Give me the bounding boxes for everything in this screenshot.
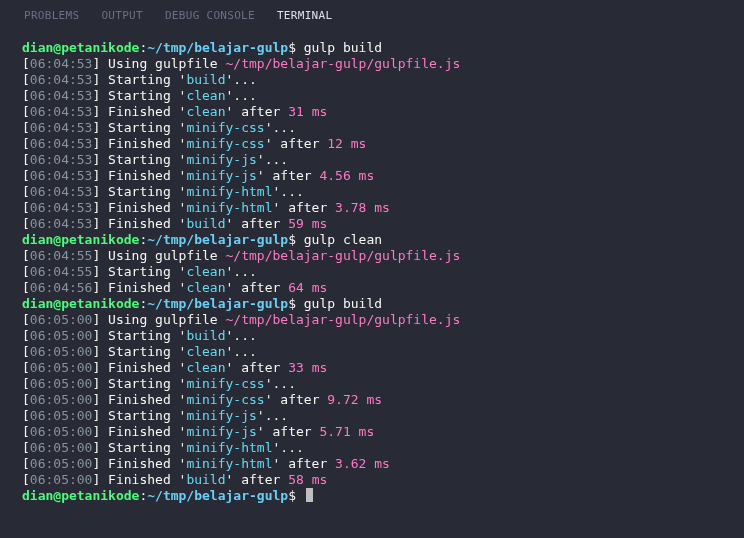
prompt-user: dian@petanikode	[22, 488, 139, 503]
task-name: clean	[186, 344, 225, 359]
prompt-path: ~/tmp/belajar-gulp	[147, 40, 288, 55]
task-name: minify-js	[186, 424, 256, 439]
timestamp: 06:05:00	[30, 456, 93, 471]
log-line: [06:04:53] Finished 'minify-css' after 1…	[22, 136, 722, 152]
task-duration: 3.78 ms	[335, 200, 390, 215]
task-name: minify-html	[186, 456, 272, 471]
task-duration: 33 ms	[288, 360, 327, 375]
log-line: [06:04:53] Starting 'minify-js'...	[22, 152, 722, 168]
cursor	[306, 488, 313, 502]
log-line: [06:04:53] Starting 'minify-css'...	[22, 120, 722, 136]
timestamp: 06:04:53	[30, 120, 93, 135]
task-duration: 9.72 ms	[327, 392, 382, 407]
gulpfile-path: ~/tmp/belajar-gulp/gulpfile.js	[226, 248, 461, 263]
task-name: build	[186, 472, 225, 487]
task-duration: 5.71 ms	[319, 424, 374, 439]
timestamp: 06:04:53	[30, 72, 93, 87]
timestamp: 06:04:55	[30, 248, 93, 263]
tab-terminal[interactable]: TERMINAL	[277, 9, 332, 22]
task-name: minify-js	[186, 408, 256, 423]
timestamp: 06:05:00	[30, 344, 93, 359]
log-line: [06:05:00] Finished 'minify-css' after 9…	[22, 392, 722, 408]
task-name: minify-css	[186, 376, 264, 391]
task-name: clean	[186, 264, 225, 279]
log-line: [06:05:00] Starting 'clean'...	[22, 344, 722, 360]
task-name: clean	[186, 104, 225, 119]
task-duration: 58 ms	[288, 472, 327, 487]
gulpfile-path: ~/tmp/belajar-gulp/gulpfile.js	[226, 56, 461, 71]
timestamp: 06:05:00	[30, 424, 93, 439]
log-line: [06:04:55] Starting 'clean'...	[22, 264, 722, 280]
prompt-line: dian@petanikode:~/tmp/belajar-gulp$	[22, 488, 722, 504]
log-line: [06:04:53] Starting 'minify-html'...	[22, 184, 722, 200]
timestamp: 06:04:53	[30, 104, 93, 119]
timestamp: 06:04:53	[30, 184, 93, 199]
prompt-path: ~/tmp/belajar-gulp	[147, 232, 288, 247]
terminal-output[interactable]: dian@petanikode:~/tmp/belajar-gulp$ gulp…	[0, 30, 744, 504]
task-duration: 3.62 ms	[335, 456, 390, 471]
prompt-path: ~/tmp/belajar-gulp	[147, 296, 288, 311]
tab-problems[interactable]: PROBLEMS	[24, 9, 79, 22]
timestamp: 06:05:00	[30, 376, 93, 391]
task-duration: 64 ms	[288, 280, 327, 295]
prompt-path: ~/tmp/belajar-gulp	[147, 488, 288, 503]
task-name: minify-css	[186, 392, 264, 407]
task-name: minify-html	[186, 440, 272, 455]
prompt-command: gulp build	[304, 296, 382, 311]
timestamp: 06:05:00	[30, 328, 93, 343]
task-name: clean	[186, 88, 225, 103]
log-line: [06:05:00] Starting 'build'...	[22, 328, 722, 344]
task-name: minify-html	[186, 184, 272, 199]
log-line: [06:05:00] Finished 'clean' after 33 ms	[22, 360, 722, 376]
log-line: [06:04:53] Using gulpfile ~/tmp/belajar-…	[22, 56, 722, 72]
panel-tabs: PROBLEMSOUTPUTDEBUG CONSOLETERMINAL	[0, 0, 744, 30]
task-name: minify-css	[186, 136, 264, 151]
task-name: clean	[186, 360, 225, 375]
task-name: minify-js	[186, 168, 256, 183]
log-line: [06:05:00] Starting 'minify-css'...	[22, 376, 722, 392]
log-line: [06:05:00] Using gulpfile ~/tmp/belajar-…	[22, 312, 722, 328]
task-name: build	[186, 328, 225, 343]
task-name: build	[186, 216, 225, 231]
task-duration: 31 ms	[288, 104, 327, 119]
prompt-command: gulp clean	[304, 232, 382, 247]
log-line: [06:05:00] Starting 'minify-js'...	[22, 408, 722, 424]
timestamp: 06:04:53	[30, 200, 93, 215]
tab-debug-console[interactable]: DEBUG CONSOLE	[165, 9, 255, 22]
log-line: [06:04:53] Finished 'minify-js' after 4.…	[22, 168, 722, 184]
tab-output[interactable]: OUTPUT	[101, 9, 143, 22]
task-name: clean	[186, 280, 225, 295]
log-line: [06:05:00] Finished 'minify-html' after …	[22, 456, 722, 472]
log-line: [06:04:53] Finished 'clean' after 31 ms	[22, 104, 722, 120]
task-duration: 12 ms	[327, 136, 366, 151]
prompt-user: dian@petanikode	[22, 40, 139, 55]
log-line: [06:04:53] Starting 'build'...	[22, 72, 722, 88]
timestamp: 06:04:53	[30, 152, 93, 167]
prompt-user: dian@petanikode	[22, 232, 139, 247]
log-line: [06:05:00] Finished 'build' after 58 ms	[22, 472, 722, 488]
timestamp: 06:04:56	[30, 280, 93, 295]
timestamp: 06:05:00	[30, 472, 93, 487]
prompt-line: dian@petanikode:~/tmp/belajar-gulp$ gulp…	[22, 232, 722, 248]
timestamp: 06:04:53	[30, 168, 93, 183]
timestamp: 06:05:00	[30, 408, 93, 423]
timestamp: 06:04:53	[30, 136, 93, 151]
log-line: [06:04:53] Finished 'minify-html' after …	[22, 200, 722, 216]
log-line: [06:04:53] Finished 'build' after 59 ms	[22, 216, 722, 232]
timestamp: 06:04:53	[30, 216, 93, 231]
task-name: minify-css	[186, 120, 264, 135]
log-line: [06:05:00] Starting 'minify-html'...	[22, 440, 722, 456]
prompt-command: gulp build	[304, 40, 382, 55]
log-line: [06:04:53] Starting 'clean'...	[22, 88, 722, 104]
prompt-line: dian@petanikode:~/tmp/belajar-gulp$ gulp…	[22, 40, 722, 56]
log-line: [06:04:56] Finished 'clean' after 64 ms	[22, 280, 722, 296]
timestamp: 06:05:00	[30, 440, 93, 455]
task-duration: 4.56 ms	[319, 168, 374, 183]
timestamp: 06:05:00	[30, 392, 93, 407]
timestamp: 06:04:53	[30, 88, 93, 103]
prompt-user: dian@petanikode	[22, 296, 139, 311]
task-name: minify-html	[186, 200, 272, 215]
timestamp: 06:05:00	[30, 360, 93, 375]
log-line: [06:05:00] Finished 'minify-js' after 5.…	[22, 424, 722, 440]
log-line: [06:04:55] Using gulpfile ~/tmp/belajar-…	[22, 248, 722, 264]
